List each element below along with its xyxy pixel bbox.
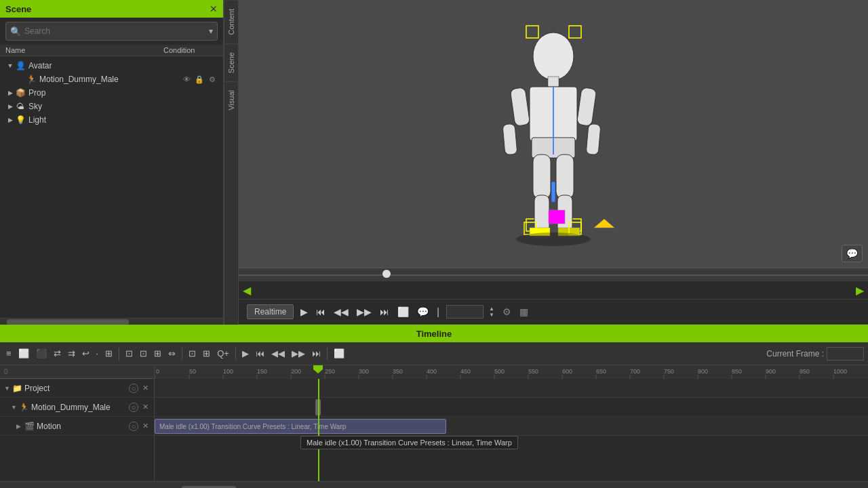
tl-crop-icon[interactable]: ⊞ bbox=[103, 347, 115, 360]
current-frame-input[interactable]: 241 bbox=[827, 347, 864, 361]
tl-undo-icon[interactable]: ↩ bbox=[80, 347, 92, 360]
tl-list-icon[interactable]: ≡ bbox=[4, 347, 14, 360]
track-row-motion-dummy[interactable]: ▼ 🏃 Motion_Dummy_Male ○ ✕ bbox=[0, 398, 154, 417]
prop-label: Prop bbox=[28, 88, 218, 98]
tree-item-motion-dummy-male[interactable]: 🏃 Motion_Dummy_Male 👁 🔒 ⚙ bbox=[0, 73, 223, 86]
expand-avatar-icon[interactable]: ▼ bbox=[5, 61, 15, 70]
scene-scrollbar-thumb[interactable] bbox=[7, 319, 129, 325]
tl-box2-icon[interactable]: ⬛ bbox=[34, 347, 49, 360]
audio-button[interactable]: | bbox=[435, 306, 441, 317]
tl-skipstart-icon[interactable]: ⏮ bbox=[254, 347, 267, 360]
viewport-arrows: ◀ ▶ bbox=[239, 281, 868, 299]
character-svg bbox=[469, 19, 638, 249]
playback-settings-icon[interactable]: ⚙ bbox=[502, 306, 511, 317]
clip-block[interactable]: Male idle (x1.00) Transition Curve Prese… bbox=[155, 419, 446, 434]
frame-value-input[interactable]: 241 bbox=[446, 305, 484, 319]
tl-dot-icon[interactable]: · bbox=[94, 347, 101, 360]
playhead-line bbox=[318, 379, 319, 481]
expand-prop-icon[interactable]: ▶ bbox=[5, 88, 15, 98]
tree-item-avatar[interactable]: ▼ 👤 Avatar bbox=[0, 59, 223, 73]
viewport-scrubber[interactable] bbox=[239, 268, 868, 281]
sky-icon: 🌤 bbox=[15, 101, 26, 112]
tl-fit-icon[interactable]: ⊞ bbox=[201, 347, 212, 360]
svg-text:350: 350 bbox=[393, 368, 403, 375]
skip-start-button[interactable]: ⏮ bbox=[315, 306, 327, 317]
expand-project-icon[interactable]: ▼ bbox=[4, 385, 12, 392]
svg-text:50: 50 bbox=[189, 368, 196, 375]
ruler: 0 50 100 150 200 bbox=[155, 365, 868, 379]
playback-grid-icon[interactable]: ▦ bbox=[519, 306, 528, 317]
svg-rect-13 bbox=[556, 155, 574, 199]
tl-screen-icon[interactable]: ⬜ bbox=[332, 347, 347, 360]
tl-box1-icon[interactable]: ⬜ bbox=[16, 347, 31, 360]
tl-prev-icon[interactable]: ◀◀ bbox=[269, 347, 287, 360]
track-content-motion[interactable]: Male idle (x1.00) Transition Curve Prese… bbox=[155, 417, 868, 436]
frame-spinner[interactable]: ▲ ▼ bbox=[489, 306, 494, 318]
timeline-scrollbar-thumb[interactable] bbox=[182, 486, 236, 489]
tl-plus-icon[interactable]: ⊞ bbox=[152, 347, 163, 360]
scene-scrollbar[interactable] bbox=[0, 318, 223, 325]
eye-icon[interactable]: 👁 bbox=[181, 74, 192, 85]
motion-dummy-ctrl-circle[interactable]: ○ bbox=[129, 403, 138, 412]
search-input[interactable] bbox=[24, 26, 209, 36]
next-button[interactable]: ▶▶ bbox=[355, 306, 373, 317]
svg-text:0: 0 bbox=[156, 368, 159, 375]
tab-visual[interactable]: Visual bbox=[224, 81, 238, 119]
tl-select-icon[interactable]: ⊡ bbox=[123, 347, 135, 360]
tl-skipend-icon[interactable]: ⏭ bbox=[310, 347, 323, 360]
realtime-button[interactable]: Realtime bbox=[247, 304, 294, 319]
track-row-project[interactable]: ▼ 📁 Project ○ ✕ bbox=[0, 379, 154, 398]
timeline-scrollbar[interactable] bbox=[0, 481, 868, 488]
tl-arrow-icon[interactable]: ⇉ bbox=[66, 347, 77, 360]
svg-marker-67 bbox=[313, 365, 323, 373]
skip-end-button[interactable]: ⏭ bbox=[378, 306, 391, 317]
svg-marker-24 bbox=[594, 219, 614, 228]
tl-crosshair-icon[interactable]: ⊡ bbox=[138, 347, 149, 360]
search-dropdown-icon[interactable]: ▾ bbox=[209, 26, 213, 36]
track-row-motion[interactable]: ▶ 🎬 Motion ○ ✕ bbox=[0, 417, 154, 436]
expand-sky-icon[interactable]: ▶ bbox=[5, 102, 15, 111]
svg-text:650: 650 bbox=[596, 368, 606, 375]
motion-ctrl-circle[interactable]: ○ bbox=[129, 422, 138, 431]
tree-item-light[interactable]: ▶ 💡 Light bbox=[0, 113, 223, 127]
tl-next-icon[interactable]: ▶▶ bbox=[290, 347, 307, 360]
tl-swap-icon[interactable]: ⇄ bbox=[52, 347, 63, 360]
expand-motion-icon bbox=[16, 75, 26, 84]
avatar-label: Avatar bbox=[28, 61, 218, 70]
svg-text:800: 800 bbox=[698, 368, 708, 375]
tl-grid-icon[interactable]: ⊡ bbox=[186, 347, 198, 360]
scene-panel: Scene ✕ 🔍 ▾ Name Condition ▼ 👤 Avatar 🏃 … bbox=[0, 0, 224, 325]
track-labels: 0 ▼ 📁 Project ○ ✕ ▼ 🏃 Motion_Dummy_Male … bbox=[0, 365, 155, 481]
tree-item-sky[interactable]: ▶ 🌤 Sky bbox=[0, 100, 223, 113]
settings-icon[interactable]: ⚙ bbox=[207, 74, 218, 85]
scrubber-handle[interactable] bbox=[382, 270, 391, 278]
project-ctrl-circle[interactable]: ○ bbox=[129, 384, 138, 393]
play-button[interactable]: ▶ bbox=[299, 306, 309, 317]
tl-play-icon[interactable]: ▶ bbox=[240, 347, 251, 360]
project-close-icon[interactable]: ✕ bbox=[140, 384, 150, 393]
chat-button[interactable]: 💬 bbox=[416, 306, 430, 317]
tree-item-prop[interactable]: ▶ 📦 Prop bbox=[0, 86, 223, 100]
tab-content[interactable]: Content bbox=[224, 0, 238, 43]
tab-scene[interactable]: Scene bbox=[224, 43, 238, 81]
expand-light-icon[interactable]: ▶ bbox=[5, 115, 15, 125]
arrow-right-icon[interactable]: ▶ bbox=[856, 284, 864, 297]
tl-sep-1 bbox=[119, 348, 119, 360]
motion-dummy-close-icon[interactable]: ✕ bbox=[140, 403, 150, 412]
scene-close-button[interactable]: ✕ bbox=[210, 3, 218, 14]
expand-motion-dummy-icon[interactable]: ▼ bbox=[11, 404, 19, 411]
prev-button[interactable]: ◀◀ bbox=[332, 306, 350, 317]
motion-close-icon[interactable]: ✕ bbox=[140, 422, 150, 431]
svg-rect-1 bbox=[569, 26, 581, 38]
expand-motion-track-icon[interactable]: ▶ bbox=[16, 423, 24, 430]
project-track-icon: 📁 bbox=[12, 384, 22, 393]
arrow-left-icon[interactable]: ◀ bbox=[239, 284, 255, 297]
tl-trim-icon[interactable]: ⇔ bbox=[166, 347, 178, 360]
svg-text:300: 300 bbox=[359, 368, 369, 375]
scrubber-line bbox=[239, 274, 868, 276]
tl-zoom-icon[interactable]: Q+ bbox=[215, 347, 231, 360]
viewport-chat-button[interactable]: 💬 bbox=[842, 245, 863, 262]
screen-button[interactable]: ⬜ bbox=[396, 306, 410, 317]
timeline-toolbar: ≡ ⬜ ⬛ ⇄ ⇉ ↩ · ⊞ ⊡ ⊡ ⊞ ⇔ ⊡ ⊞ Q+ ▶ ⏮ ◀◀ ▶▶… bbox=[0, 342, 868, 365]
lock-icon[interactable]: 🔒 bbox=[194, 74, 205, 85]
